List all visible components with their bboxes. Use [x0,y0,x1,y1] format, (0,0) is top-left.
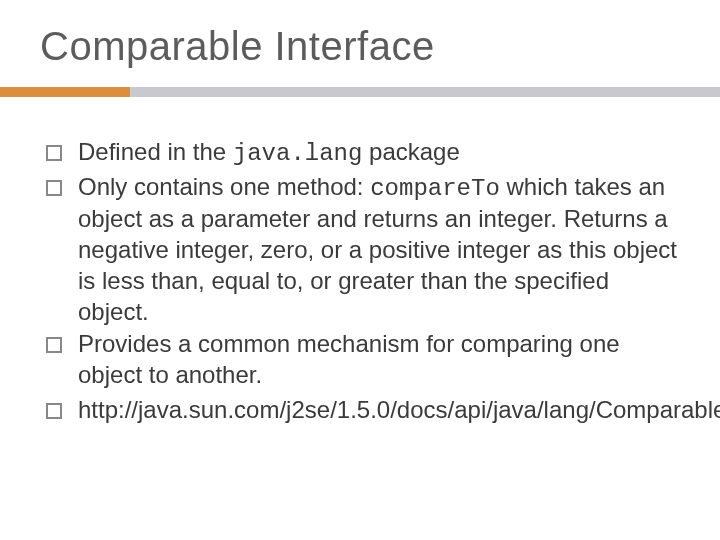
slide-title: Comparable Interface [0,24,720,87]
bullet-text-pre: Provides a common mechanism for comparin… [78,330,620,388]
bullet-text-post: package [362,138,459,165]
bullet-text-pre: http://java.sun.com/j2se/1.5.0/docs/api/… [78,396,720,423]
bullet-code: compareTo [370,175,500,202]
list-item: http://java.sun.com/j2se/1.5.0/docs/api/… [42,395,678,428]
title-underline [0,87,720,97]
slide: Comparable Interface Defined in the java… [0,0,720,540]
list-item: Provides a common mechanism for comparin… [42,329,678,392]
bullet-text-pre: Defined in the [78,138,233,165]
list-item: Defined in the java.lang package [42,137,678,170]
bullet-list: Defined in the java.lang package Only co… [42,137,678,427]
underline-rest [130,87,720,97]
content-area: Defined in the java.lang package Only co… [0,97,720,427]
bullet-code: java.lang [233,140,363,167]
underline-accent [0,87,130,97]
list-item: Only contains one method: compareTo whic… [42,172,678,328]
bullet-text-pre: Only contains one method: [78,173,370,200]
